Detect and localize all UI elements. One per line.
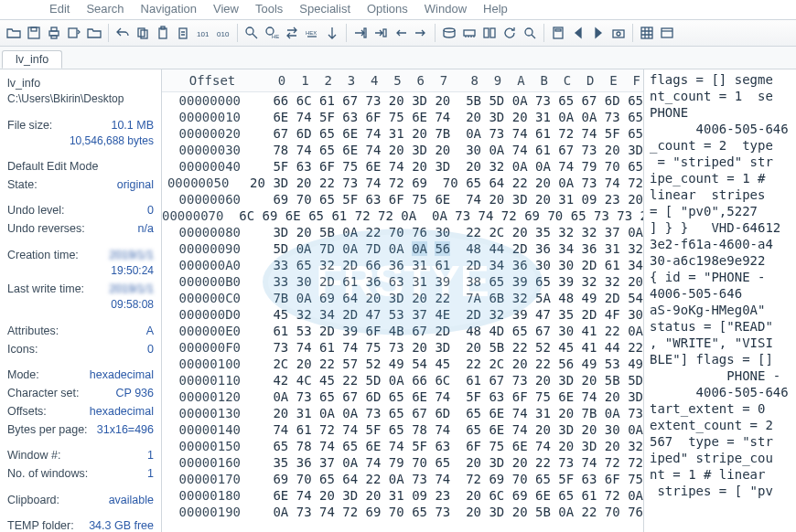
ascii-line[interactable]: iped" stripe_cou	[650, 450, 792, 466]
hex-row[interactable]: 000000D0 45 32 34 2D 47 53 37 4E 2D 32 3…	[162, 306, 643, 323]
compare-icon[interactable]	[480, 24, 499, 42]
hex-row[interactable]: 00000100 2C 20 22 57 52 49 54 45 22 2C 2…	[162, 356, 643, 372]
binary2-icon[interactable]: 010	[214, 24, 232, 42]
find-icon[interactable]	[242, 24, 261, 42]
prev-icon[interactable]	[569, 24, 587, 42]
hex-row[interactable]: 00000160 35 36 37 0A 74 79 70 65 20 3D 2…	[162, 454, 643, 471]
menu-help[interactable]: Help	[483, 2, 508, 16]
hex-row[interactable]: 00000150 65 78 74 65 6E 74 5F 63 6F 75 6…	[162, 438, 643, 454]
menu-window[interactable]: Window	[425, 2, 467, 16]
ascii-line[interactable]: ipe_count = 1 #	[650, 170, 792, 186]
bytes-cell[interactable]: 78 74 65 6E 74 20 3D 20 30 0A 74 61 67 7…	[258, 142, 643, 158]
hex-row[interactable]: 00000000 66 6C 61 67 73 20 3D 20 5B 5D 0…	[162, 92, 643, 109]
hex-row[interactable]: 000000A0 33 65 32 2D 66 36 31 61 2D 34 3…	[162, 257, 643, 273]
refresh-icon[interactable]	[500, 24, 519, 42]
hex-row[interactable]: 00000030 78 74 65 6E 74 20 3D 20 30 0A 7…	[162, 142, 643, 158]
bytes-cell[interactable]: 0A 73 65 67 6D 65 6E 74 5F 63 6F 75 6E 7…	[258, 388, 643, 405]
replace-icon[interactable]	[283, 24, 301, 42]
bytes-cell[interactable]: 65 78 74 65 6E 74 5F 63 6F 75 6E 74 20 3…	[258, 438, 643, 454]
bytes-cell[interactable]: 42 4C 45 22 5D 0A 66 6C 61 67 73 20 3D 2…	[258, 372, 643, 388]
menu-navigation[interactable]: Navigation	[141, 2, 197, 16]
hex-row[interactable]: 00000180 6E 74 20 3D 20 31 09 23 20 6C 6…	[162, 487, 643, 504]
hex-row[interactable]: 00000130 20 31 0A 0A 73 65 67 6D 65 6E 7…	[162, 405, 643, 421]
hex-row[interactable]: 00000020 67 6D 65 6E 74 31 20 7B 0A 73 7…	[162, 125, 643, 142]
ascii-line[interactable]: = [ "pv0",5227	[650, 203, 792, 219]
bytes-cell[interactable]: 6C 69 6E 65 61 72 72 0A 0A 73 74 72 69 7…	[223, 207, 643, 224]
ascii-line[interactable]: { id = "PHONE -	[650, 269, 792, 285]
hex-row[interactable]: 00000120 0A 73 65 67 6D 65 6E 74 5F 63 6…	[162, 388, 643, 405]
hex-row[interactable]: 00000170 69 70 65 64 22 0A 73 74 72 69 7…	[162, 471, 643, 487]
disk-icon[interactable]	[440, 24, 458, 42]
ascii-line[interactable]: 3e2-f61a-4600-a4	[650, 236, 792, 252]
bytes-cell[interactable]: 6E 74 5F 63 6F 75 6E 74 20 3D 20 31 0A 0…	[258, 109, 643, 125]
ascii-line[interactable]: aS-9oKg-HMeg0A"	[650, 302, 792, 318]
ascii-line[interactable]: PHONE -	[650, 367, 792, 384]
ascii-line[interactable]: flags = [] segme	[650, 71, 792, 88]
bytes-cell[interactable]: 3D 20 5B 0A 22 70 76 30 22 2C 20 35 32 3…	[258, 224, 643, 240]
bytes-cell[interactable]: 66 6C 61 67 73 20 3D 20 5B 5D 0A 73 65 6…	[258, 92, 643, 109]
back-icon[interactable]	[392, 24, 410, 42]
copy-icon[interactable]	[134, 24, 152, 42]
hex-row[interactable]: 00000010 6E 74 5F 63 6F 75 6E 74 20 3D 2…	[162, 109, 643, 125]
print-icon[interactable]	[45, 24, 63, 42]
ascii-line[interactable]: nt_count = 1 se	[650, 88, 792, 104]
ascii-line[interactable]: linear stripes	[650, 186, 792, 203]
ascii-line[interactable]: stripes = [ "pv	[650, 483, 792, 499]
hex-row[interactable]: 000000E0 61 53 2D 39 6F 4B 67 2D 48 4D 6…	[162, 323, 643, 339]
hex-row[interactable]: 000000B0 33 30 2D 61 36 63 31 39 38 65 3…	[162, 273, 643, 290]
bytes-cell[interactable]: 2C 20 22 57 52 49 54 45 22 2C 20 22 56 4…	[258, 356, 643, 372]
bytes-cell[interactable]: 45 32 34 2D 47 53 37 4E 2D 32 39 47 35 2…	[258, 306, 643, 323]
ascii-line[interactable]: 30-a6c198e9e922	[650, 252, 792, 269]
ascii-line[interactable]: extent_count = 2	[650, 417, 792, 433]
save-icon[interactable]	[25, 24, 43, 42]
ascii-line[interactable]: _count = 2 type	[650, 137, 792, 154]
menu-view[interactable]: View	[213, 2, 239, 16]
bytes-cell[interactable]: 5D 0A 7D 0A 7D 0A 0A 56 48 44 2D 36 34 3…	[258, 240, 643, 257]
hex-row[interactable]: 00000090 5D 0A 7D 0A 7D 0A 0A 56 48 44 2…	[162, 240, 643, 257]
bytes-cell[interactable]: 61 53 2D 39 6F 4B 67 2D 48 4D 65 67 30 4…	[258, 323, 643, 339]
bytes-cell[interactable]: 69 70 65 64 22 0A 73 74 72 69 70 65 5F 6…	[258, 471, 643, 487]
properties-icon[interactable]	[65, 24, 83, 42]
menu-specialist[interactable]: Specialist	[299, 2, 350, 16]
hex-row[interactable]: 00000190 0A 73 74 72 69 70 65 73 20 3D 2…	[162, 504, 643, 520]
go-sector-icon[interactable]	[371, 24, 390, 42]
hex-row[interactable]: 00000080 3D 20 5B 0A 22 70 76 30 22 2C 2…	[162, 224, 643, 240]
menu-options[interactable]: Options	[367, 2, 408, 16]
ascii-line[interactable]: 4006-505-646	[650, 285, 792, 302]
menu-tools[interactable]: Tools	[255, 2, 283, 16]
menu-edit[interactable]: Edit	[49, 2, 70, 16]
ascii-line[interactable]: 567 type = "str	[650, 433, 792, 450]
ascii-line[interactable]: BLE"] flags = []	[650, 351, 792, 367]
ascii-line[interactable]: , "WRITE", "VISI	[650, 335, 792, 351]
go-offset-icon[interactable]	[351, 24, 370, 42]
ascii-line[interactable]: tart_extent = 0	[650, 400, 792, 417]
next-icon[interactable]	[589, 24, 608, 42]
forward-icon[interactable]	[412, 24, 430, 42]
clipboard-icon[interactable]	[154, 24, 172, 42]
hex-body[interactable]: 00000000 66 6C 61 67 73 20 3D 20 5B 5D 0…	[162, 92, 643, 520]
menu-search[interactable]: Search	[86, 2, 124, 16]
find-hex-icon[interactable]: HEX	[263, 24, 281, 42]
ascii-line[interactable]: = "striped" str	[650, 154, 792, 170]
bytes-cell[interactable]: 6E 74 20 3D 20 31 09 23 20 6C 69 6E 65 6…	[258, 487, 643, 504]
ascii-line[interactable]: ] } } VHD-64612	[650, 219, 792, 236]
bytes-cell[interactable]: 20 3D 20 22 73 74 72 69 70 65 64 22 20 0…	[234, 175, 643, 191]
hex-row[interactable]: 00000040 5F 63 6F 75 6E 74 20 3D 20 32 0…	[162, 158, 643, 175]
bytes-cell[interactable]: 33 30 2D 61 36 63 31 39 38 65 39 65 39 3…	[258, 273, 643, 290]
ascii-line[interactable]: 4006-505-646	[650, 384, 792, 400]
window-icon[interactable]	[658, 24, 676, 42]
ascii-line[interactable]: 4006-505-646	[650, 121, 792, 137]
bytes-cell[interactable]: 74 61 72 74 5F 65 78 74 65 6E 74 20 3D 2…	[258, 421, 643, 438]
hex-row[interactable]: 00000070 6C 69 6E 65 61 72 72 0A 0A 73 7…	[162, 207, 643, 224]
bytes-cell[interactable]: 69 70 65 5F 63 6F 75 6E 74 20 3D 20 31 0…	[258, 191, 643, 207]
hex-row[interactable]: 00000110 42 4C 45 22 5D 0A 66 6C 61 67 7…	[162, 372, 643, 388]
hex-row[interactable]: 00000060 69 70 65 5F 63 6F 75 6E 74 20 3…	[162, 191, 643, 207]
ram-icon[interactable]	[460, 24, 479, 42]
hex-row[interactable]: 000000C0 7B 0A 69 64 20 3D 20 22 7A 6B 3…	[162, 290, 643, 306]
binary-icon[interactable]: 101	[194, 24, 212, 42]
hex-row[interactable]: 00000050 20 3D 20 22 73 74 72 69 70 65 6…	[162, 175, 643, 191]
grid-icon[interactable]	[638, 24, 656, 42]
snapshot-icon[interactable]	[609, 24, 628, 42]
bytes-cell[interactable]: 5F 63 6F 75 6E 74 20 3D 20 32 0A 0A 74 7…	[258, 158, 643, 175]
folder-icon[interactable]	[85, 24, 103, 42]
